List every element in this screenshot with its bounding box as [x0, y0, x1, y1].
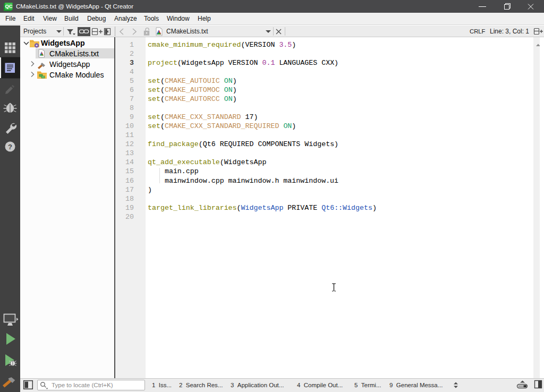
- svg-text:QC: QC: [5, 3, 12, 9]
- svg-text:?: ?: [8, 143, 12, 151]
